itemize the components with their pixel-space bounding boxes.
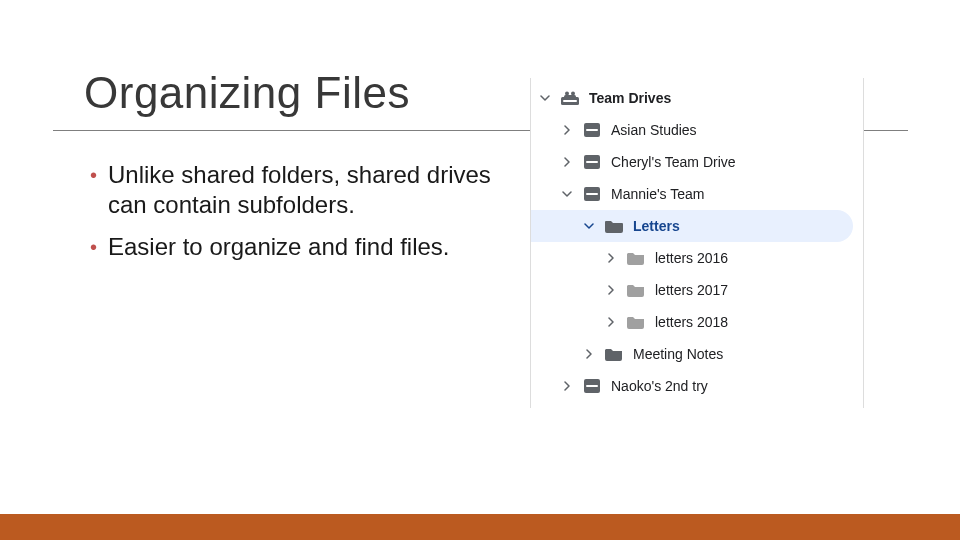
team-drive-icon [581, 375, 603, 397]
svg-rect-6 [586, 129, 598, 131]
team-drives-icon [559, 87, 581, 109]
tree-label: Asian Studies [611, 122, 697, 138]
svg-rect-12 [586, 385, 598, 387]
chevron-right-icon[interactable] [559, 122, 575, 138]
tree-label: letters 2017 [655, 282, 728, 298]
footer-accent-bar [0, 514, 960, 540]
team-drive-icon [581, 151, 603, 173]
chevron-down-icon[interactable] [559, 186, 575, 202]
tree-item-folder[interactable]: Meeting Notes [531, 338, 863, 370]
bullet-icon: • [90, 232, 108, 262]
chevron-right-icon[interactable] [581, 346, 597, 362]
chevron-down-icon[interactable] [581, 218, 597, 234]
chevron-right-icon[interactable] [603, 282, 619, 298]
page-title: Organizing Files [84, 68, 410, 118]
folder-icon [603, 343, 625, 365]
folder-icon [625, 247, 647, 269]
svg-point-1 [565, 92, 569, 96]
tree-label: letters 2016 [655, 250, 728, 266]
folder-icon [625, 279, 647, 301]
chevron-right-icon[interactable] [559, 378, 575, 394]
list-item: • Unlike shared folders, shared drives c… [90, 160, 500, 220]
team-drive-icon [581, 183, 603, 205]
tree-item-folder-letters[interactable]: Letters [531, 210, 853, 242]
svg-rect-3 [564, 95, 576, 98]
folder-icon [603, 215, 625, 237]
tree-item-folder[interactable]: letters 2016 [531, 242, 863, 274]
bullet-text: Unlike shared folders, shared drives can… [108, 160, 500, 220]
tree-label: Naoko's 2nd try [611, 378, 708, 394]
tree-item-drive[interactable]: Cheryl's Team Drive [531, 146, 863, 178]
bullet-icon: • [90, 160, 108, 190]
svg-rect-4 [563, 100, 577, 102]
tree-label: Meeting Notes [633, 346, 723, 362]
tree-label: Letters [633, 218, 680, 234]
bullet-text: Easier to organize and find files. [108, 232, 450, 262]
svg-point-2 [571, 92, 575, 96]
svg-rect-10 [586, 193, 598, 195]
chevron-right-icon[interactable] [559, 154, 575, 170]
list-item: • Easier to organize and find files. [90, 232, 500, 262]
tree-item-drive[interactable]: Naoko's 2nd try [531, 370, 863, 402]
tree-item-team-drives[interactable]: Team Drives [531, 82, 863, 114]
tree-label: Team Drives [589, 90, 671, 106]
tree-label: Mannie's Team [611, 186, 704, 202]
drive-tree: Team Drives Asian Studies [530, 78, 864, 408]
tree-item-folder[interactable]: letters 2018 [531, 306, 863, 338]
tree-label: Cheryl's Team Drive [611, 154, 736, 170]
tree-label: letters 2018 [655, 314, 728, 330]
tree-item-drive[interactable]: Mannie's Team [531, 178, 863, 210]
svg-rect-8 [586, 161, 598, 163]
folder-icon [625, 311, 647, 333]
team-drive-icon [581, 119, 603, 141]
slide: Organizing Files • Unlike shared folders… [0, 0, 960, 540]
tree-item-drive[interactable]: Asian Studies [531, 114, 863, 146]
chevron-right-icon[interactable] [603, 250, 619, 266]
bullet-list: • Unlike shared folders, shared drives c… [90, 160, 500, 274]
tree-item-folder[interactable]: letters 2017 [531, 274, 863, 306]
chevron-right-icon[interactable] [603, 314, 619, 330]
chevron-down-icon[interactable] [537, 90, 553, 106]
